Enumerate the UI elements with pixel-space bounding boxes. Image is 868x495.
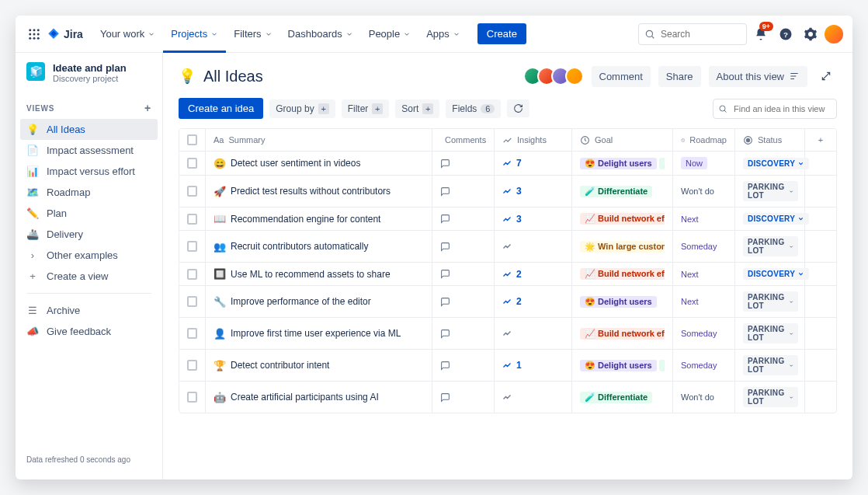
row-checkbox[interactable] [187,186,197,197]
sidebar-archive[interactable]: ☰ Archive [16,300,162,321]
comments-cell[interactable] [432,231,495,262]
groupby-button[interactable]: Group by+ [269,99,335,118]
roadmap-value[interactable]: Next [681,214,699,224]
sidebar-item-other-examples[interactable]: ›Other examples [16,245,162,266]
row-checkbox[interactable] [187,269,197,280]
insights-cell[interactable]: 2 [495,286,572,317]
share-button[interactable]: Share [658,66,701,87]
table-row[interactable]: 🔲Use ML to recommend assets to share 2📈 … [179,263,836,286]
roadmap-value[interactable]: Someday [681,329,717,338]
row-checkbox[interactable] [187,392,197,403]
find-idea-search[interactable] [713,99,837,119]
status-badge[interactable]: DISCOVERY [743,268,809,280]
goal-tag[interactable]: 📈 Build network effects [580,213,665,225]
add-column-button[interactable]: + [805,129,836,151]
filter-button[interactable]: Filter+ [342,99,390,118]
table-row[interactable]: 🚀Predict test results without contributo… [179,176,836,207]
row-checkbox[interactable] [187,360,197,371]
goal-tag[interactable]: 🧪 Differentiate [580,186,652,197]
row-checkbox[interactable] [187,214,197,225]
nav-item-filters[interactable]: Filters [226,16,279,53]
nav-item-apps[interactable]: Apps [418,16,468,53]
roadmap-value[interactable]: Won't do [681,186,714,196]
global-search[interactable] [638,23,747,45]
goal-tag[interactable]: 📈 Build network effects [580,328,665,340]
sidebar-item-impact-assessment[interactable]: 📄Impact assessment [16,140,162,161]
goal-tag[interactable]: 😍 Delight users [580,360,657,371]
comments-cell[interactable] [432,350,495,381]
status-badge[interactable]: PARKING LOT [743,355,798,375]
collaborator-avatars[interactable] [528,67,584,85]
status-badge[interactable]: PARKING LOT [743,387,798,407]
table-row[interactable]: 🏆Detect contributor intent 1😍 Delight us… [179,350,836,382]
insights-cell[interactable]: 7 [495,152,572,175]
table-row[interactable]: 😄Detect user sentiment in videos 7😍 Deli… [179,152,836,176]
goal-tag[interactable]: 🌟 Win large customers [580,241,665,253]
status-badge[interactable]: PARKING LOT [743,236,798,256]
comments-cell[interactable] [432,382,495,413]
sidebar-item-roadmap[interactable]: 🗺️Roadmap [16,182,162,203]
row-checkbox[interactable] [187,158,197,169]
goal-tag[interactable]: 🧪 Diffe [659,360,665,371]
table-row[interactable]: 🔧Improve performance of the editor 2😍 De… [179,286,836,318]
nav-item-your-work[interactable]: Your work [92,16,163,53]
insights-cell[interactable]: 3 [495,207,572,230]
col-insights-header[interactable]: Insights [517,135,547,145]
fullscreen-icon[interactable] [815,65,837,87]
refresh-button[interactable] [507,99,529,117]
insights-cell[interactable]: 2 [495,263,572,285]
status-badge[interactable]: PARKING LOT [743,181,798,201]
goal-tag[interactable]: 😍 Delight users [580,296,657,308]
about-view-button[interactable]: About this view [709,66,807,87]
notifications-icon[interactable]: 9+ [750,23,772,45]
sidebar-feedback[interactable]: 📣 Give feedback [16,321,162,342]
comments-cell[interactable] [432,318,495,349]
insights-cell[interactable]: 3 [495,176,572,207]
status-badge[interactable]: PARKING LOT [743,291,798,312]
create-idea-button[interactable]: Create an idea [179,98,263,119]
create-button[interactable]: Create [477,23,526,44]
fields-button[interactable]: Fields6 [446,99,501,118]
row-checkbox[interactable] [187,328,197,339]
sort-button[interactable]: Sort+ [395,99,439,118]
roadmap-value[interactable]: Next [681,270,699,279]
nav-item-projects[interactable]: Projects [163,16,226,53]
goal-tag[interactable]: 📈 Build network effects [580,268,665,280]
table-row[interactable]: 👥Recruit contributors automatically🌟 Win… [179,231,836,263]
goal-tag[interactable]: 🧪 Diffe [659,158,665,169]
sidebar-item-impact-versus-effort[interactable]: 📊Impact versus effort [16,161,162,182]
comments-cell[interactable] [432,263,495,285]
status-badge[interactable]: DISCOVERY [743,213,809,225]
find-idea-input[interactable] [713,99,837,119]
sidebar-item-delivery[interactable]: 🚢Delivery [16,224,162,245]
insights-cell[interactable] [495,382,572,413]
table-row[interactable]: 🤖Create artificial participants using AI… [179,382,836,413]
row-checkbox[interactable] [187,296,197,307]
roadmap-value[interactable]: Someday [681,361,717,370]
insights-cell[interactable] [495,231,572,262]
col-goal-header[interactable]: Goal [595,135,613,145]
roadmap-value[interactable]: Next [681,297,699,306]
goal-tag[interactable]: 😍 Delight users [580,158,657,169]
nav-item-people[interactable]: People [361,16,418,53]
insights-cell[interactable] [495,318,572,349]
jira-logo[interactable]: Jira [47,27,83,41]
comments-cell[interactable] [432,152,495,175]
settings-icon[interactable] [800,23,821,45]
help-icon[interactable]: ? [775,23,797,45]
insights-cell[interactable]: 1 [495,350,572,381]
app-switcher-icon[interactable] [25,25,43,44]
add-view-icon[interactable]: + [144,102,151,114]
goal-tag[interactable]: 🧪 Differentiate [580,392,652,403]
comments-cell[interactable] [432,207,495,230]
table-row[interactable]: 👤Improve first time user experience via … [179,318,836,350]
status-badge[interactable]: DISCOVERY [743,158,809,169]
comments-cell[interactable] [432,286,495,317]
user-avatar[interactable] [825,25,843,44]
roadmap-value[interactable]: Now [681,157,707,169]
table-row[interactable]: 📖Recommendation engine for content 3📈 Bu… [179,207,836,231]
col-comments-header[interactable]: Comments [445,135,486,145]
sidebar-item-plan[interactable]: ✏️Plan [16,203,162,224]
comments-cell[interactable] [432,176,495,207]
sidebar-item-all-ideas[interactable]: 💡All Ideas [20,119,158,140]
